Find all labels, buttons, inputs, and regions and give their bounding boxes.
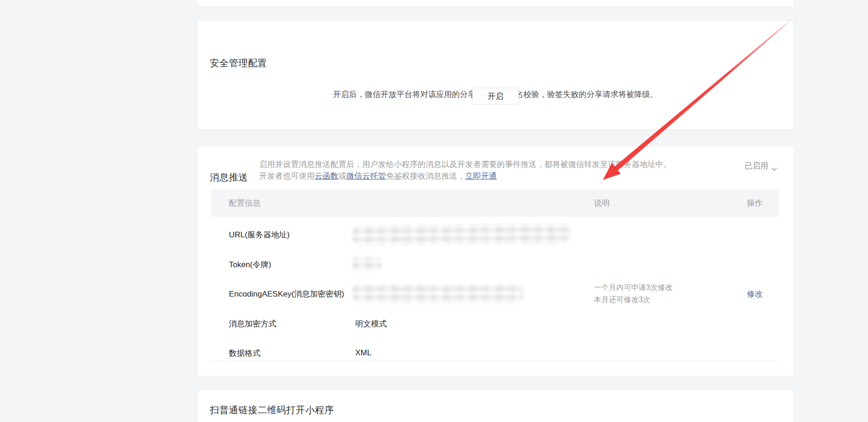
message-push-description-line2: 开发者也可使用云函数或微信云托管免鉴权接收消息推送，立即开通 [259, 170, 671, 182]
status-dropdown[interactable]: 已启用 [744, 160, 777, 171]
table-header-config: 配置信息 [229, 198, 261, 208]
table-row-encryption-mode: 消息加密方式 明文模式 [211, 309, 779, 338]
modify-quota-note: 一个月内可申请3次修改 本月还可修改3次 [594, 282, 673, 306]
redacted-blur [352, 284, 523, 304]
message-push-description-line1: 启用并设置消息推送配置后，用户发给小程序的消息以及开发者需要的事件推送，都将被微… [259, 159, 671, 170]
page: 安全管理配置 开启后，微信开放平台将对该应用的分享请求进行签名校验，验签失败的分… [0, 0, 868, 422]
token-value-redacted [355, 257, 381, 271]
message-push-card: 消息推送 启用并设置消息推送配置后，用户发给小程序的消息以及开发者需要的事件推送… [198, 146, 793, 376]
table-header-action: 操作 [747, 198, 763, 208]
qr-link-card: 扫普通链接二维码打开小程序 [198, 390, 793, 422]
token-label: Token(令牌) [229, 259, 271, 270]
redacted-blur [352, 223, 572, 246]
table-row-url: URL(服务器地址) [211, 220, 779, 249]
chevron-down-icon [772, 164, 777, 168]
activate-now-link[interactable]: 立即开通 [465, 172, 497, 180]
message-push-description: 启用并设置消息推送配置后，用户发给小程序的消息以及开发者需要的事件推送，都将被微… [259, 159, 671, 182]
table-row-data-format: 数据格式 XML [211, 339, 779, 367]
table-row-token: Token(令牌) [211, 250, 779, 279]
table-row-encodingaeskey: EncodingAESKey(消息加密密钥) 一个月内可申请3次修改 本月还可修… [211, 279, 779, 308]
data-format-value: XML [355, 348, 372, 358]
cloud-function-link[interactable]: 云函数 [315, 172, 338, 180]
status-label: 已启用 [744, 160, 768, 171]
table-header-row: 配置信息 说明 操作 [211, 189, 779, 217]
previous-card-remnant [198, 0, 793, 7]
encryption-mode-label: 消息加密方式 [229, 318, 276, 329]
security-config-card: 安全管理配置 开启后，微信开放平台将对该应用的分享请求进行签名校验，验签失败的分… [198, 21, 793, 129]
message-push-title: 消息推送 [210, 171, 248, 184]
cloud-hosting-link[interactable]: 微信云托管 [346, 172, 386, 180]
url-label: URL(服务器地址) [229, 229, 289, 240]
redacted-blur [352, 257, 381, 271]
action-cell: 修改 [747, 289, 763, 299]
table-header-note: 说明 [594, 198, 610, 208]
encodingaeskey-value-redacted [355, 284, 523, 304]
encryption-mode-value: 明文模式 [355, 318, 387, 329]
url-value-redacted [355, 224, 572, 245]
modify-link[interactable]: 修改 [747, 290, 763, 298]
qr-card-title: 扫普通链接二维码打开小程序 [210, 403, 334, 416]
table-bottom-divider [211, 361, 779, 361]
data-format-label: 数据格式 [229, 348, 261, 359]
security-card-title: 安全管理配置 [210, 56, 267, 69]
encodingaeskey-label: EncodingAESKey(消息加密密钥) [229, 289, 344, 299]
enable-button[interactable]: 开启 [472, 88, 519, 105]
